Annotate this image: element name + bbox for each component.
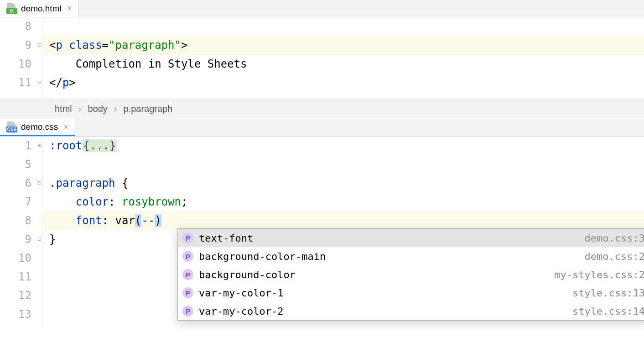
tag-name: p	[62, 76, 69, 89]
line-number: 13	[0, 305, 31, 324]
line-number: 7	[0, 193, 31, 211]
code-line[interactable]: ⊟.paragraph {	[43, 174, 644, 193]
line-number: 11	[0, 268, 31, 286]
line-number: 8	[0, 211, 31, 230]
breadcrumb-item[interactable]: p.paragraph	[124, 104, 173, 114]
breadcrumb[interactable]: html › body › p.paragraph	[0, 99, 644, 119]
fold-icon[interactable]: ⊟	[37, 79, 44, 85]
chevron-right-icon: ›	[78, 104, 82, 114]
code-line[interactable]	[43, 155, 644, 174]
completion-label: text-font	[199, 229, 253, 248]
attr-name: class	[69, 39, 102, 52]
html-editor-tabbar: H demo.html ×	[0, 0, 644, 17]
var-prefix: --	[141, 214, 155, 227]
property-icon: P	[182, 269, 193, 280]
fold-icon[interactable]: ⊟	[37, 42, 44, 48]
completion-item[interactable]: P var-my-color-2 style.css:14	[178, 302, 644, 320]
fold-icon[interactable]: ⊟	[37, 180, 44, 186]
completion-label: var-my-color-1	[199, 284, 283, 302]
completion-location: style.css:13	[572, 284, 644, 302]
breadcrumb-item[interactable]: html	[55, 104, 72, 114]
css-file-icon: CSS	[6, 121, 17, 132]
line-number: 1	[0, 137, 31, 155]
fold-expand-icon[interactable]: ⊞	[37, 142, 44, 148]
completion-label: background-color	[199, 265, 296, 284]
line-number: 6	[0, 174, 31, 193]
css-editor-tabbar: CSS demo.css ×	[0, 119, 644, 137]
html-editor[interactable]: 8 9 10 11 ⊟<p class="paragraph"> Complet…	[0, 17, 644, 99]
css-function: var	[115, 214, 135, 227]
property-icon: P	[182, 306, 193, 317]
code-area[interactable]: ⊟<p class="paragraph"> Completion in Sty…	[43, 17, 644, 99]
text-content: Completion in Style Sheets	[76, 58, 247, 70]
css-property: font	[76, 214, 102, 227]
breadcrumb-item[interactable]: body	[88, 104, 107, 114]
attr-value: "paragraph"	[109, 39, 181, 52]
line-number: 8	[0, 17, 31, 36]
completion-item[interactable]: P background-color my-styles.css:2	[178, 265, 644, 284]
code-line[interactable]: ⊞:root{...}	[43, 137, 644, 155]
css-value: rosybrown	[122, 195, 181, 208]
chevron-right-icon: ›	[114, 104, 117, 114]
line-number: 9	[0, 36, 31, 55]
completion-label: var-my-color-2	[199, 302, 283, 321]
completion-item[interactable]: P background-color-main demo.css:2	[178, 247, 644, 265]
completion-label: background-color-main	[199, 247, 326, 266]
code-line[interactable]	[43, 17, 644, 36]
property-icon: P	[182, 232, 193, 243]
completion-location: demo.css:3	[585, 229, 644, 248]
line-number: 11	[0, 74, 31, 92]
code-line[interactable]: font: var(--)	[43, 211, 644, 230]
tab-demo-html[interactable]: H demo.html ×	[0, 0, 78, 17]
completion-popup[interactable]: P text-font demo.css:3 P background-colo…	[177, 228, 644, 321]
gutter: 8 9 10 11	[0, 17, 43, 99]
selector: :root	[49, 139, 82, 152]
fold-icon[interactable]: ⊟	[37, 236, 44, 242]
folded-region[interactable]: {...}	[82, 139, 117, 152]
completion-location: demo.css:2	[585, 247, 644, 266]
line-number: 12	[0, 286, 31, 305]
css-editor[interactable]: 1 5 6 7 8 9 10 11 12 13 ⊞:root{...} ⊟.pa…	[0, 137, 644, 328]
tag-name: p	[56, 39, 62, 52]
line-number: 5	[0, 155, 31, 174]
close-icon[interactable]: ×	[67, 4, 72, 13]
property-icon: P	[182, 287, 193, 298]
completion-location: style.css:14	[572, 302, 644, 321]
code-line[interactable]: color: rosybrown;	[43, 193, 644, 211]
tab-label: demo.html	[21, 4, 62, 14]
line-number: 10	[0, 55, 31, 74]
completion-item[interactable]: P var-my-color-1 style.css:13	[178, 284, 644, 302]
gutter: 1 5 6 7 8 9 10 11 12 13	[0, 137, 43, 328]
html-file-icon: H	[6, 3, 17, 14]
css-property: color	[76, 195, 109, 208]
selector: .paragraph	[49, 177, 115, 190]
code-area[interactable]: ⊞:root{...} ⊟.paragraph { color: rosybro…	[43, 137, 644, 328]
matched-paren: (	[135, 214, 141, 227]
code-line[interactable]: ⊟<p class="paragraph">	[43, 36, 644, 55]
line-number: 9	[0, 230, 31, 249]
completion-item[interactable]: P text-font demo.css:3	[178, 229, 644, 247]
close-icon[interactable]: ×	[63, 122, 68, 132]
completion-location: my-styles.css:2	[554, 265, 644, 284]
code-line[interactable]: Completion in Style Sheets	[43, 55, 644, 74]
property-icon: P	[182, 251, 193, 262]
code-line[interactable]: ⊟</p>	[43, 74, 644, 92]
tab-demo-css[interactable]: CSS demo.css ×	[0, 119, 75, 136]
line-number: 10	[0, 249, 31, 268]
tab-label: demo.css	[21, 122, 58, 132]
text-cursor: )	[155, 214, 161, 227]
